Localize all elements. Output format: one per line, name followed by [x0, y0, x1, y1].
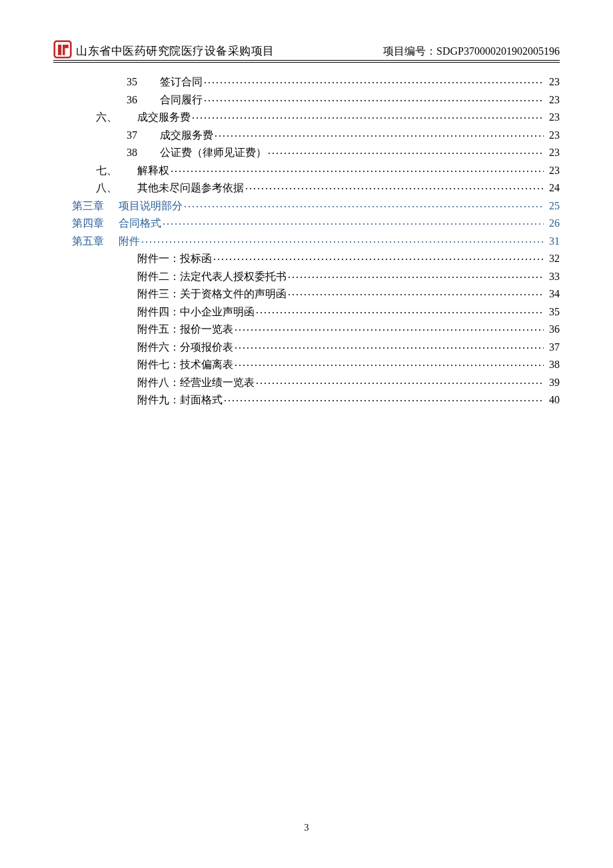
toc-leader-dots — [235, 357, 544, 368]
toc-prefix: 六、 — [53, 112, 137, 123]
toc-row[interactable]: 八、其他未尽问题参考依据24 — [53, 181, 560, 193]
toc-leader-dots — [192, 110, 544, 121]
toc-label: 附件二：法定代表人授权委托书 — [137, 271, 287, 282]
toc-row[interactable]: 37成交服务费23 — [53, 128, 560, 141]
toc-page-number: 23 — [545, 165, 560, 176]
toc-row[interactable]: 附件七：技术偏离表38 — [53, 357, 560, 370]
toc-prefix: 第四章 — [53, 218, 119, 229]
toc-row[interactable]: 附件八：经营业绩一览表39 — [53, 375, 560, 388]
toc-leader-dots — [268, 145, 544, 156]
toc-row[interactable]: 附件九：封面格式40 — [53, 393, 560, 405]
toc-label: 签订合同 — [160, 77, 203, 87]
toc-page-number: 38 — [545, 359, 560, 370]
toc-leader-dots — [235, 322, 544, 333]
document-title: 山东省中医药研究院医疗设备采购项目 — [76, 43, 275, 59]
toc-prefix: 35 — [53, 77, 160, 87]
toc-label: 附件三：关于资格文件的声明函 — [137, 289, 287, 299]
toc-row[interactable]: 附件五：报价一览表36 — [53, 322, 560, 335]
toc-page-number: 34 — [545, 289, 560, 299]
toc-page-number: 39 — [545, 377, 560, 388]
toc-label: 附件六：分项报价表 — [137, 342, 233, 353]
toc-leader-dots — [215, 128, 544, 139]
svg-rect-1 — [58, 45, 61, 55]
toc-row[interactable]: 六、成交服务费23 — [53, 110, 560, 123]
toc-prefix: 37 — [53, 130, 160, 141]
logo-icon — [53, 40, 72, 59]
toc-page-number: 36 — [545, 324, 560, 335]
toc-page-number: 40 — [545, 395, 560, 405]
toc-page-number: 37 — [545, 342, 560, 353]
page-header: 山东省中医药研究院医疗设备采购项目 项目编号：SDGP3700002019020… — [53, 40, 560, 61]
toc-prefix: 八、 — [53, 183, 137, 193]
toc-row[interactable]: 附件六：分项报价表37 — [53, 340, 560, 353]
toc-page-number: 26 — [545, 218, 560, 229]
toc-page-number: 31 — [545, 236, 560, 247]
page-number: 3 — [0, 823, 613, 833]
toc-leader-dots — [213, 251, 544, 262]
toc-row[interactable]: 七、解释权23 — [53, 163, 560, 176]
toc-prefix: 第三章 — [53, 201, 119, 211]
toc-leader-dots — [224, 393, 544, 403]
toc-label: 成交服务费 — [160, 130, 213, 141]
toc-row[interactable]: 附件三：关于资格文件的声明函34 — [53, 287, 560, 299]
toc-label: 附件九：封面格式 — [137, 395, 223, 405]
toc-page-number: 23 — [545, 112, 560, 123]
toc-label: 附件四：中小企业声明函 — [137, 307, 255, 317]
project-id-value: SDGP370000201902005196 — [436, 45, 560, 57]
toc-label: 项目说明部分 — [119, 201, 183, 211]
toc-row[interactable]: 附件四：中小企业声明函35 — [53, 305, 560, 317]
toc-page-number: 23 — [545, 130, 560, 141]
project-id-label: 项目编号： — [383, 45, 436, 57]
toc-label: 附件七：技术偏离表 — [137, 359, 233, 370]
toc-prefix: 36 — [53, 95, 160, 105]
toc-leader-dots — [288, 269, 544, 280]
toc-page-number: 32 — [545, 253, 560, 264]
toc-row[interactable]: 第五章附件31 — [53, 234, 560, 247]
toc-label: 附件五：报价一览表 — [137, 324, 233, 335]
toc-leader-dots — [163, 216, 544, 227]
toc-leader-dots — [171, 163, 544, 174]
toc-leader-dots — [288, 287, 544, 297]
toc-page-number: 24 — [545, 183, 560, 193]
table-of-contents: 35签订合同2336合同履行23六、成交服务费2337成交服务费2338公证费（… — [53, 75, 560, 405]
toc-row[interactable]: 附件一：投标函32 — [53, 251, 560, 264]
toc-label: 附件一：投标函 — [137, 253, 212, 264]
toc-row[interactable]: 36合同履行23 — [53, 93, 560, 105]
toc-prefix: 第五章 — [53, 236, 119, 247]
toc-page-number: 25 — [545, 201, 560, 211]
toc-row[interactable]: 第三章项目说明部分25 — [53, 199, 560, 211]
toc-leader-dots — [184, 199, 544, 209]
toc-leader-dots — [256, 375, 544, 386]
toc-page-number: 33 — [545, 271, 560, 282]
toc-leader-dots — [235, 340, 544, 351]
toc-label: 附件八：经营业绩一览表 — [137, 377, 255, 388]
toc-row[interactable]: 第四章合同格式26 — [53, 216, 560, 229]
toc-leader-dots — [204, 93, 544, 103]
toc-prefix: 七、 — [53, 165, 137, 176]
toc-leader-dots — [245, 181, 544, 191]
toc-label: 附件 — [119, 236, 140, 247]
toc-label: 成交服务费 — [137, 112, 191, 123]
toc-label: 合同格式 — [119, 218, 161, 229]
toc-leader-dots — [256, 305, 544, 315]
toc-label: 公证费（律师见证费） — [160, 147, 267, 158]
toc-row[interactable]: 附件二：法定代表人授权委托书33 — [53, 269, 560, 282]
toc-row[interactable]: 35签订合同23 — [53, 75, 560, 87]
toc-label: 其他未尽问题参考依据 — [137, 183, 244, 193]
project-id: 项目编号：SDGP370000201902005196 — [383, 45, 560, 59]
toc-page-number: 23 — [545, 95, 560, 105]
toc-label: 解释权 — [137, 165, 169, 176]
toc-leader-dots — [204, 75, 544, 85]
toc-row[interactable]: 38公证费（律师见证费）23 — [53, 145, 560, 158]
toc-page-number: 35 — [545, 307, 560, 317]
toc-page-number: 23 — [545, 147, 560, 158]
toc-leader-dots — [141, 234, 544, 245]
toc-label: 合同履行 — [160, 95, 203, 105]
header-underline — [53, 62, 560, 63]
toc-prefix: 38 — [53, 147, 160, 158]
toc-page-number: 23 — [545, 77, 560, 87]
